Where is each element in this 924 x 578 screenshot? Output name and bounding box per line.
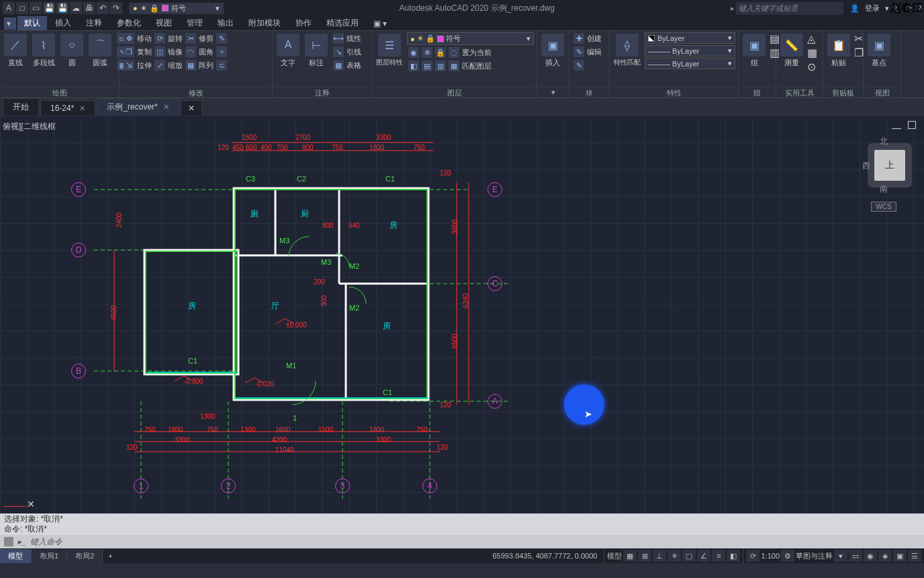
btn-edit[interactable]: ✎编辑 — [572, 46, 603, 58]
viewcube[interactable]: 北 西 上 南 WCS — [857, 136, 911, 216]
close-icon[interactable]: ✕ — [163, 103, 169, 112]
loff-icon[interactable]: ◌ — [449, 47, 459, 58]
login-icon[interactable]: 👤 — [850, 4, 860, 13]
a360-icon[interactable]: ⟳ — [906, 4, 912, 13]
qat-print-icon[interactable]: 🖶 — [83, 2, 95, 14]
color-combo[interactable]: ByLayer▾ — [645, 32, 735, 44]
llay2-icon[interactable]: ▥ — [435, 60, 446, 71]
u2-icon[interactable]: ▦ — [807, 46, 817, 59]
btn-setcurrent[interactable]: 置为当前 — [462, 48, 492, 58]
help-icon[interactable]: ? — [917, 4, 921, 12]
qat-new-icon[interactable]: □ — [16, 2, 28, 14]
gear-icon[interactable]: ⚙ — [781, 550, 794, 562]
layout-tab-add[interactable]: + — [103, 550, 118, 562]
btn-circle[interactable]: ○圆 — [59, 32, 85, 69]
tab-view[interactable]: 视图 — [149, 16, 179, 30]
osnap-icon[interactable]: ▢ — [682, 550, 696, 562]
anno-scale-icon[interactable]: ⟳ — [746, 550, 759, 562]
btn-line[interactable]: ／直线 — [3, 32, 28, 69]
btn-scale[interactable]: 缩放 — [168, 60, 183, 71]
title-layer-combo[interactable]: ● ☀ 🔒 符号 ▾ — [129, 3, 224, 14]
tab-collab[interactable]: 协作 — [289, 16, 318, 30]
qat-save-icon[interactable]: 💾 — [43, 2, 55, 14]
cart-icon[interactable]: ▾ 🛒 — [885, 4, 900, 13]
btn-paste[interactable]: 📋粘贴 — [826, 32, 851, 69]
btn-move[interactable]: 移动 — [137, 34, 152, 44]
btn-fillet[interactable]: 圆角 — [199, 47, 214, 57]
btn-copy[interactable]: 复制 — [137, 47, 152, 57]
layout-tab-model[interactable]: 模型 — [0, 549, 32, 563]
tab-default[interactable]: 默认 — [17, 16, 47, 30]
monitor-icon[interactable]: ▭ — [849, 550, 862, 562]
tab-featured[interactable]: 精选应用 — [320, 16, 365, 30]
btn-stretch[interactable]: 拉伸 — [137, 60, 152, 71]
otrack-icon[interactable]: ∠ — [697, 550, 710, 562]
doc-tab-new[interactable]: ✕ — [181, 100, 202, 116]
lmatch-icon[interactable]: ◧ — [408, 60, 419, 71]
tab-parametric[interactable]: 参数化 — [110, 16, 148, 30]
btn-group[interactable]: ▣组 — [741, 32, 767, 69]
btn-mirror[interactable]: 镜像 — [168, 47, 183, 57]
wcs-label[interactable]: WCS — [871, 202, 896, 212]
btn-measure[interactable]: 📏测量 — [779, 32, 804, 69]
transp-icon[interactable]: ◧ — [727, 550, 740, 562]
qat-open-icon[interactable]: ▭ — [30, 2, 42, 14]
llay-icon[interactable]: ▤ — [422, 60, 432, 71]
btn-leader[interactable]: ↘引线 — [332, 46, 363, 58]
scale-label[interactable]: 1:100 — [761, 552, 780, 560]
isolate-icon[interactable]: ◉ — [864, 550, 877, 562]
lfrz-icon[interactable]: ❄ — [422, 47, 432, 58]
qat-saveas-icon[interactable]: 💾 — [56, 2, 68, 14]
u1-icon[interactable]: ◬ — [807, 32, 817, 45]
btn-table[interactable]: ▦表格 — [332, 59, 363, 71]
tab-manage[interactable]: 管理 — [180, 16, 210, 30]
btn-trim[interactable]: 修剪 — [199, 34, 214, 44]
drawing-canvas[interactable]: 俯视][二维线框 — — [0, 116, 924, 513]
btn-linear[interactable]: ⟷线性 — [332, 32, 363, 44]
hw-icon[interactable]: ◈ — [878, 550, 892, 562]
search-input[interactable]: 键入关键字或短语 — [736, 2, 843, 15]
qat-redo-icon[interactable]: ↷ — [110, 2, 122, 14]
maximize-icon[interactable] — [908, 121, 916, 129]
ws-more-icon[interactable]: ▾ — [834, 550, 847, 562]
clean-icon[interactable]: ▣ — [893, 550, 907, 562]
login-label[interactable]: 登录 — [865, 3, 880, 13]
tab-addins[interactable]: 附加模块 — [242, 16, 287, 30]
ltype-combo[interactable]: ——— ByLayer▾ — [645, 58, 735, 69]
layout-tab-2[interactable]: 布局2 — [67, 549, 103, 563]
cmd-handle-icon[interactable] — [4, 537, 13, 546]
close-icon[interactable]: ✕ — [79, 104, 85, 113]
app-menu-button[interactable]: ▾ — [4, 17, 16, 30]
cut-icon[interactable]: ✂ — [854, 32, 864, 45]
btn-insert[interactable]: ▣插入 — [540, 32, 565, 69]
layout-tab-1[interactable]: 布局1 — [32, 549, 67, 563]
command-line[interactable]: ▸_ 键入命令 — [0, 535, 924, 548]
erase-icon[interactable]: ✎ — [216, 33, 227, 44]
model-space-label[interactable]: 模型 — [607, 551, 622, 561]
minimize-icon[interactable]: — — [892, 122, 901, 133]
tab-annotate[interactable]: 注释 — [79, 16, 109, 30]
lwt-icon[interactable]: ≡ — [712, 550, 725, 562]
u3-icon[interactable]: ⊙ — [807, 60, 817, 73]
grid-icon[interactable]: ▦ — [623, 550, 637, 562]
btn-text[interactable]: A文字 — [275, 32, 301, 69]
ortho-icon[interactable]: ⊥ — [653, 550, 666, 562]
doc-tab-1[interactable]: 16-24*✕ — [40, 100, 95, 116]
polar-icon[interactable]: ✳ — [667, 550, 681, 562]
qat-cloud-icon[interactable]: ☁ — [70, 2, 82, 14]
btn-matchlayer[interactable]: 匹配图层 — [462, 61, 492, 71]
doc-tab-start[interactable]: 开始 — [3, 98, 39, 116]
layer-combo[interactable]: ● ☀ 🔒 符号 ▾ — [407, 32, 534, 45]
viewport-label[interactable]: 俯视][二维线框 — [3, 121, 56, 132]
tab-insert[interactable]: 插入 — [48, 16, 78, 30]
lweight-combo[interactable]: ——— ByLayer▾ — [645, 45, 735, 56]
qat-app-icon[interactable]: A — [3, 2, 15, 14]
copy2-icon[interactable]: ❐ — [854, 46, 864, 59]
btn-matchprops[interactable]: ⟠特性匹配 — [612, 32, 642, 69]
offset-icon[interactable]: ⊂ — [216, 60, 227, 71]
btn-dim[interactable]: ⊢标注 — [304, 32, 329, 69]
snap-icon[interactable]: ⊞ — [638, 550, 651, 562]
btn-base[interactable]: ▣基点 — [866, 32, 892, 69]
ucs-close-icon[interactable]: ✕ — [27, 499, 35, 509]
explode-icon[interactable]: ✧ — [216, 46, 227, 57]
